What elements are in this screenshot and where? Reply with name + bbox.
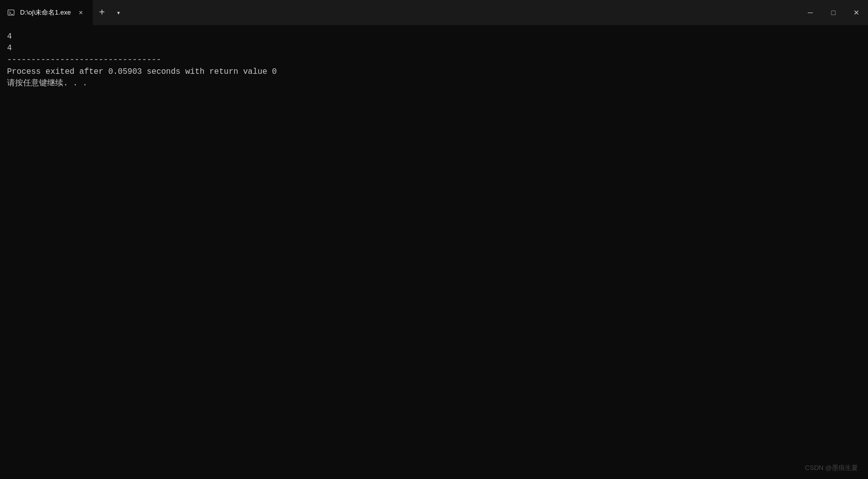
terminal-line: 4 — [7, 43, 861, 54]
tab-area: D:\oj\未命名1.exe × + ▾ — [0, 0, 799, 25]
terminal-icon — [7, 9, 15, 17]
terminal-window: D:\oj\未命名1.exe × + ▾ ─ □ ✕ 4 4 ---------… — [0, 0, 868, 479]
titlebar: D:\oj\未命名1.exe × + ▾ ─ □ ✕ — [0, 0, 868, 25]
tab-dropdown-button[interactable]: ▾ — [111, 5, 126, 20]
terminal-line: Process exited after 0.05903 seconds wit… — [7, 66, 861, 78]
watermark: CSDN @墨痕生夏 — [805, 463, 858, 473]
terminal-line: 请按任意键继续. . . — [7, 78, 861, 89]
tab-title: D:\oj\未命名1.exe — [20, 8, 71, 17]
close-window-button[interactable]: ✕ — [845, 0, 868, 25]
terminal-line: 4 — [7, 31, 861, 43]
window-controls: ─ □ ✕ — [799, 0, 868, 25]
terminal-line: -------------------------------- — [7, 54, 861, 66]
tab-close-button[interactable]: × — [76, 8, 86, 18]
minimize-button[interactable]: ─ — [799, 0, 822, 25]
terminal-output[interactable]: 4 4 -------------------------------- Pro… — [0, 25, 868, 479]
maximize-button[interactable]: □ — [822, 0, 845, 25]
active-tab[interactable]: D:\oj\未命名1.exe × — [0, 0, 93, 25]
new-tab-button[interactable]: + — [93, 4, 111, 22]
